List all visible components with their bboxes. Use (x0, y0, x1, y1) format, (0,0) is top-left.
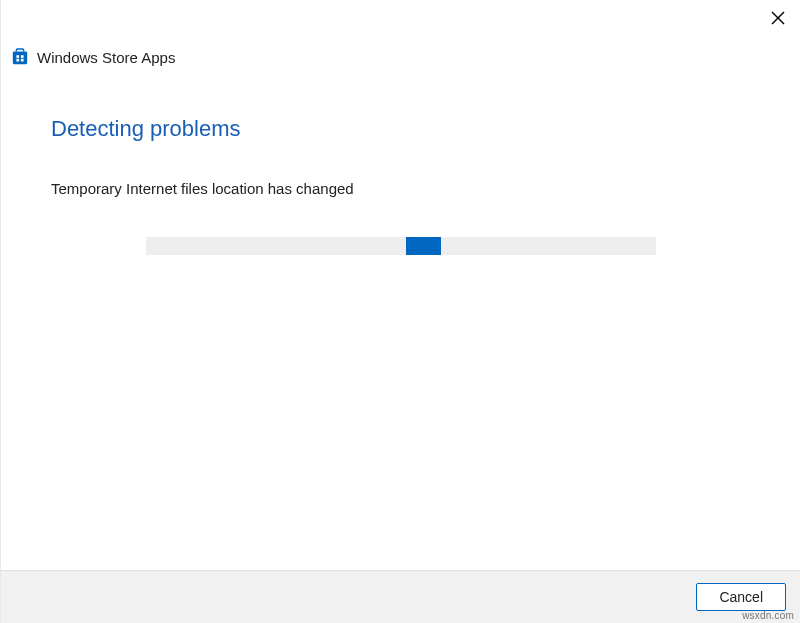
store-app-icon (11, 48, 29, 66)
svg-rect-3 (16, 55, 19, 58)
status-text: Temporary Internet files location has ch… (51, 180, 750, 197)
window-title: Windows Store Apps (37, 49, 175, 66)
content-area: Detecting problems Temporary Internet fi… (1, 66, 800, 570)
close-button[interactable] (768, 8, 788, 28)
svg-rect-5 (16, 59, 19, 62)
watermark: wsxdn.com (742, 610, 794, 621)
svg-rect-6 (21, 59, 24, 62)
troubleshooter-window: Windows Store Apps Detecting problems Te… (0, 0, 800, 623)
progress-bar (146, 237, 656, 255)
footer: Cancel (1, 570, 800, 623)
close-icon (771, 11, 785, 25)
header: Windows Store Apps (1, 0, 800, 66)
cancel-button[interactable]: Cancel (696, 583, 786, 611)
svg-rect-4 (21, 55, 24, 58)
svg-rect-2 (13, 52, 27, 65)
progress-indicator (406, 237, 442, 255)
page-heading: Detecting problems (51, 116, 750, 142)
